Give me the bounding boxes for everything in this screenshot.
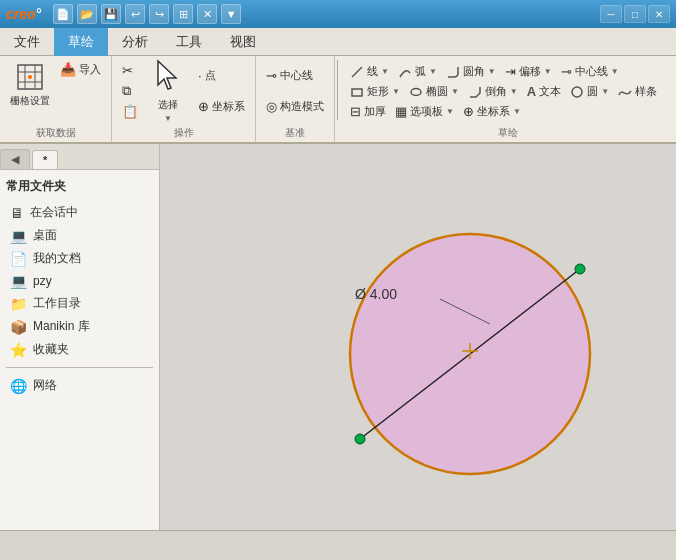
copy-btn[interactable]: ⧉	[118, 81, 142, 101]
line-icon	[350, 65, 364, 79]
main-content: ◀ * 常用文件夹 🖥 在会话中 💻 桌面 📄 我的文档 💻 pzy 📁	[0, 144, 676, 530]
svg-point-10	[572, 87, 582, 97]
thicken-icon: ⊟	[350, 104, 361, 119]
coord-btn[interactable]: ⊕ 坐标系	[194, 97, 249, 116]
canvas-area[interactable]: Ø 4.00	[160, 144, 676, 530]
menu-view[interactable]: 视图	[216, 28, 270, 56]
panel-item-mydocs[interactable]: 📄 我的文档	[6, 247, 153, 270]
group-sketch-label: 草绘	[498, 126, 518, 140]
chamfer-btn[interactable]: 倒角▼	[464, 82, 522, 101]
spline-icon	[618, 85, 632, 99]
import-btn[interactable]: 📥 导入	[56, 60, 105, 79]
coord-icon: ⊕	[198, 99, 209, 114]
open-btn[interactable]: 📂	[77, 4, 97, 24]
panel-item-manikin[interactable]: 📦 Manikin 库	[6, 315, 153, 338]
ribbon: 栅格设置 📥 导入 获取数据 ✂ ⧉ 📋	[0, 56, 676, 144]
ribbon-separator	[337, 60, 338, 120]
redo-btn[interactable]: ↪	[149, 4, 169, 24]
manikin-icon: 📦	[10, 319, 27, 335]
panel-tabs: ◀ *	[0, 144, 159, 170]
panel-item-workdir[interactable]: 📁 工作目录	[6, 292, 153, 315]
view-btn[interactable]: ⊞	[173, 4, 193, 24]
construct-mode-btn[interactable]: ◎ 构造模式	[262, 97, 328, 116]
cut-btn[interactable]: ✂	[118, 61, 142, 80]
paste-btn[interactable]: 📋	[118, 102, 142, 121]
session-icon: 🖥	[10, 205, 24, 221]
svg-point-9	[411, 88, 421, 95]
arc-icon	[398, 65, 412, 79]
minimize-btn[interactable]: ─	[600, 5, 622, 23]
coord2-icon: ⊕	[463, 104, 474, 119]
svg-line-7	[352, 67, 362, 77]
offset-btn[interactable]: ⇥ 偏移▼	[501, 62, 556, 81]
grid-settings-label: 栅格设置	[10, 94, 50, 108]
circle-icon	[570, 85, 584, 99]
palette-btn[interactable]: ▦ 选项板▼	[391, 102, 458, 121]
rect-icon	[350, 85, 364, 99]
corner-icon	[446, 65, 460, 79]
text-icon: A	[527, 84, 536, 99]
drawing-svg: Ø 4.00	[160, 144, 676, 530]
panel-item-desktop[interactable]: 💻 桌面	[6, 224, 153, 247]
ribbon-group-ops: ✂ ⧉ 📋 选择▼ ·	[112, 56, 256, 142]
undo-btn[interactable]: ↩	[125, 4, 145, 24]
network-icon: 🌐	[10, 378, 27, 394]
line-btn[interactable]: 线▼	[346, 62, 393, 81]
ellipse-btn[interactable]: 椭圆▼	[405, 82, 463, 101]
construct-icon: ◎	[266, 99, 277, 114]
svg-point-5	[28, 75, 32, 79]
mydocs-icon: 📄	[10, 251, 27, 267]
thicken-btn[interactable]: ⊟ 加厚	[346, 102, 390, 121]
panel-divider	[6, 367, 153, 368]
toolbar-icons: 📄 📂 💾 ↩ ↪ ⊞ ✕ ▼	[53, 4, 241, 24]
coord2-btn[interactable]: ⊕ 坐标系▼	[459, 102, 525, 121]
panel-item-pzy[interactable]: 💻 pzy	[6, 270, 153, 292]
group-ops-label: 操作	[174, 126, 194, 140]
menu-file[interactable]: 文件	[0, 28, 54, 56]
extra-btn[interactable]: ✕	[197, 4, 217, 24]
close-btn[interactable]: ✕	[648, 5, 670, 23]
group-base-label: 基准	[285, 126, 305, 140]
menu-sketch[interactable]: 草绘	[54, 28, 108, 56]
centerline-btn[interactable]: ⊸ 中心线	[262, 66, 328, 85]
select-btn[interactable]: 选择▼	[144, 60, 192, 122]
centerline2-btn[interactable]: ⊸ 中心线▼	[557, 62, 623, 81]
left-panel: ◀ * 常用文件夹 🖥 在会话中 💻 桌面 📄 我的文档 💻 pzy 📁	[0, 144, 160, 530]
cut-icon: ✂	[122, 63, 133, 78]
menu-btn[interactable]: ▼	[221, 4, 241, 24]
svg-marker-6	[158, 61, 176, 89]
workdir-icon: 📁	[10, 296, 27, 312]
grid-settings-btn[interactable]: 栅格设置	[6, 60, 54, 111]
status-bar	[0, 530, 676, 560]
menu-bar: 文件 草绘 分析 工具 视图	[0, 28, 676, 56]
menu-tools[interactable]: 工具	[162, 28, 216, 56]
rect-btn[interactable]: 矩形▼	[346, 82, 404, 101]
ribbon-group-sketch: 线▼ 弧▼ 圆角▼ ⇥ 偏移▼ ⊸ 中心线▼ 矩形▼	[340, 56, 676, 142]
panel-item-network[interactable]: 🌐 网络	[6, 374, 153, 397]
save-btn[interactable]: 💾	[101, 4, 121, 24]
point-btn[interactable]: · 点	[194, 66, 249, 85]
panel-item-session[interactable]: 🖥 在会话中	[6, 201, 153, 224]
copy-icon: ⧉	[122, 83, 131, 99]
circle-btn[interactable]: 圆▼	[566, 82, 613, 101]
corner-btn[interactable]: 圆角▼	[442, 62, 500, 81]
menu-analysis[interactable]: 分析	[108, 28, 162, 56]
panel-item-favorites[interactable]: ⭐ 收藏夹	[6, 338, 153, 361]
maximize-btn[interactable]: □	[624, 5, 646, 23]
spline-btn[interactable]: 样条	[614, 82, 661, 101]
panel-tab-star[interactable]: *	[32, 150, 58, 169]
ellipse-icon	[409, 85, 423, 99]
panel-tab-nav[interactable]: ◀	[0, 149, 30, 169]
arc-btn[interactable]: 弧▼	[394, 62, 441, 81]
text-btn[interactable]: A 文本	[523, 82, 565, 101]
new-btn[interactable]: 📄	[53, 4, 73, 24]
centerline-icon: ⊸	[266, 68, 277, 83]
panel-content: 常用文件夹 🖥 在会话中 💻 桌面 📄 我的文档 💻 pzy 📁 工作目录	[0, 170, 159, 530]
paste-icon: 📋	[122, 104, 138, 119]
import-icon: 📥	[60, 62, 76, 77]
select-icon	[154, 59, 182, 98]
favorites-icon: ⭐	[10, 342, 27, 358]
offset-icon: ⇥	[505, 64, 516, 79]
centerline2-icon: ⊸	[561, 64, 572, 79]
endpoint-2	[575, 264, 585, 274]
